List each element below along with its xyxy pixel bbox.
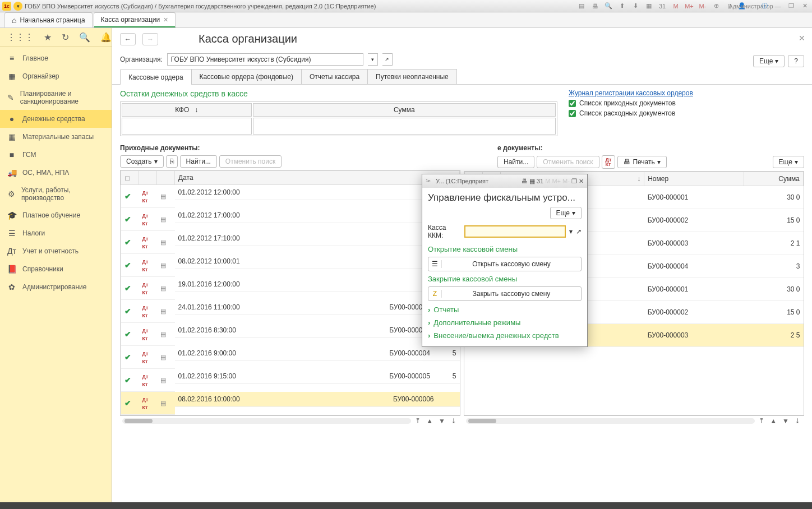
- org-dropdown-icon[interactable]: ▾: [368, 53, 378, 66]
- kkm-open-icon[interactable]: ↗: [576, 228, 582, 235]
- sidebar-item[interactable]: 📕Справочники: [0, 260, 112, 278]
- nav-first-icon[interactable]: ⤒: [757, 417, 766, 425]
- subtab[interactable]: Кассовые ордера: [120, 70, 192, 85]
- table-row[interactable]: ✔ДтКт▤24.01.2016 11:00:00БУ00-0000022: [121, 300, 460, 323]
- maximize-icon[interactable]: ❐: [786, 2, 796, 10]
- tool-icon[interactable]: ▤: [576, 2, 587, 10]
- kkm-input[interactable]: [464, 225, 566, 238]
- scrollbar[interactable]: [466, 418, 755, 424]
- subtab[interactable]: Отчеты кассира: [301, 69, 368, 84]
- subtab[interactable]: Путевки неоплаченные: [367, 69, 457, 84]
- balance-col-sum[interactable]: Сумма: [253, 103, 556, 117]
- table-row[interactable]: ✔ДтКт▤19.01.2016 12:00:00: [121, 277, 460, 300]
- more-button[interactable]: Еще ▾: [550, 207, 582, 219]
- dialog-titlebar[interactable]: 1c У... (1С:Предприят 🖶 ▦ 31 M M+ M- ❐ ✕: [422, 174, 587, 188]
- print-icon[interactable]: 🖶: [522, 178, 528, 184]
- sidebar-item[interactable]: ДтУчет и отчетность: [0, 242, 112, 260]
- table-row[interactable]: ✔ДтКт▤01.02.2012 17:10:00: [121, 231, 460, 254]
- app-menu-dropdown[interactable]: ▾: [13, 2, 22, 11]
- more-button[interactable]: Еще ▾: [753, 55, 785, 67]
- nav-down-icon[interactable]: ▼: [781, 417, 791, 425]
- print-icon[interactable]: 🖶: [590, 2, 600, 10]
- tool-icon[interactable]: ⬆: [617, 2, 627, 10]
- calc-icon[interactable]: 31: [657, 2, 667, 10]
- col-date[interactable]: Дата↓: [175, 171, 460, 185]
- open-shift-button[interactable]: ☰ Открыть кассовую смену: [428, 257, 582, 271]
- mminus-icon[interactable]: M-: [562, 178, 570, 184]
- memory-m-icon[interactable]: M: [671, 2, 681, 10]
- close-icon[interactable]: ✕: [579, 178, 584, 184]
- table-row[interactable]: ✔ДтКт▤01.02.2012 17:00:00: [121, 208, 460, 231]
- sidebar-item[interactable]: ✿Администрирование: [0, 278, 112, 296]
- print-button[interactable]: 🖶 Печать ▾: [617, 156, 666, 168]
- check-expense-list[interactable]: [569, 110, 576, 117]
- org-open-icon[interactable]: ↗: [382, 53, 393, 66]
- search-icon[interactable]: 🔍: [603, 2, 613, 10]
- back-button[interactable]: ←: [120, 33, 136, 45]
- cash-expand[interactable]: Внесение/выемка денежных средств: [428, 329, 582, 342]
- table-row[interactable]: ✔ДтКт▤01.02.2016 8:30:00БУ00-0000035: [121, 323, 460, 346]
- history-icon[interactable]: ↻: [62, 32, 69, 43]
- org-input[interactable]: ГОБУ ВПО Университет искусств (Субсидия): [167, 53, 363, 66]
- sidebar-item[interactable]: ●Денежные средства: [0, 110, 112, 128]
- bell-icon[interactable]: 🔔: [100, 32, 112, 43]
- help-button[interactable]: ?: [788, 55, 804, 67]
- sidebar-item[interactable]: ≡Главное: [0, 49, 112, 67]
- journal-link[interactable]: Журнал регистрации кассовых ордеров: [569, 89, 804, 97]
- table-row[interactable]: ✔ДтКт▤08.02.2012 10:00:01: [121, 254, 460, 277]
- tool-icon[interactable]: ▦: [529, 178, 535, 184]
- copy-button[interactable]: ⎘: [166, 155, 178, 168]
- table-row[interactable]: ✔ДтКт▤01.02.2016 9:00:00БУ00-0000045: [121, 346, 460, 369]
- user-icon[interactable]: 👤 Администратор: [738, 2, 756, 10]
- table-row[interactable]: ✔ДтКт▤01.02.2016 9:15:00БУ00-0000055: [121, 369, 460, 392]
- sidebar-item[interactable]: ▦Органайзер: [0, 67, 112, 85]
- table-row[interactable]: ✔ДтКт▤08.02.2016 10:00:00БУ00-000006: [121, 392, 460, 415]
- check-income-list[interactable]: [569, 100, 576, 107]
- subtab[interactable]: Кассовые ордера (фондовые): [191, 69, 302, 84]
- sidebar-item[interactable]: 🚚ОС, НМА, НПА: [0, 164, 112, 182]
- sidebar-item[interactable]: 🎓Платное обучение: [0, 206, 112, 224]
- tab-close-icon[interactable]: ✕: [163, 16, 168, 24]
- sidebar-item[interactable]: ✎Планирование и санкционирование: [0, 85, 112, 110]
- kkm-dropdown-icon[interactable]: ▾: [569, 228, 573, 235]
- close-shift-button[interactable]: Z Закрыть кассовую смену: [428, 286, 582, 301]
- nav-first-icon[interactable]: ⤒: [413, 417, 422, 425]
- scrollbar[interactable]: [122, 418, 411, 424]
- tool-icon[interactable]: ⬇: [630, 2, 640, 10]
- col-number[interactable]: Номер: [644, 172, 744, 186]
- m-icon[interactable]: M: [545, 178, 550, 184]
- sidebar-item[interactable]: ⚙Услуги, работы, производство: [0, 182, 112, 206]
- memory-mminus-icon[interactable]: M-: [698, 2, 708, 10]
- memory-mplus-icon[interactable]: M+: [684, 2, 694, 10]
- nav-up-icon[interactable]: ▲: [768, 417, 778, 425]
- search-icon[interactable]: 🔍: [79, 32, 90, 43]
- table-row[interactable]: ✔ДтКт▤01.02.2012 12:00:00: [121, 185, 460, 208]
- create-button[interactable]: Создать ▾: [120, 155, 164, 168]
- balance-col-kfo[interactable]: КФО ↓: [122, 103, 252, 117]
- modes-expand[interactable]: Дополнительные режимы: [428, 316, 582, 329]
- income-table[interactable]: ▢ Дата↓ ✔ДтКт▤01.02.2012 12:00:00✔ДтКт▤0…: [120, 170, 460, 415]
- nav-down-icon[interactable]: ▼: [437, 417, 447, 425]
- calc-icon[interactable]: 31: [537, 178, 543, 184]
- info-icon[interactable]: ⓘ: [759, 2, 769, 10]
- close-icon[interactable]: ✕: [800, 2, 810, 10]
- restore-icon[interactable]: ❐: [571, 178, 577, 184]
- sidebar-item[interactable]: ☰Налоги: [0, 224, 112, 242]
- forward-button[interactable]: →: [142, 33, 158, 45]
- tab-cash[interactable]: Касса организации ✕: [94, 12, 176, 27]
- cancel-search-button[interactable]: Отменить поиск: [219, 155, 282, 168]
- tab-home[interactable]: Начальная страница: [4, 12, 93, 27]
- zoom-icon[interactable]: ⊕: [711, 2, 721, 10]
- nav-last-icon[interactable]: ⤓: [793, 417, 802, 425]
- sidebar-item[interactable]: ■ГСМ: [0, 146, 112, 164]
- dtKt-button[interactable]: ДтКт: [602, 155, 616, 169]
- nav-up-icon[interactable]: ▲: [425, 417, 435, 425]
- cancel-search-button[interactable]: Отменить поиск: [537, 156, 599, 168]
- find-button[interactable]: Найти...: [497, 156, 534, 168]
- star-icon[interactable]: ★: [44, 32, 52, 43]
- nav-last-icon[interactable]: ⤓: [449, 417, 458, 425]
- calendar-icon[interactable]: ▦: [644, 2, 654, 10]
- sidebar-item[interactable]: ▦Материальные запасы: [0, 128, 112, 146]
- col-sum[interactable]: Сумма: [744, 172, 803, 186]
- page-close-icon[interactable]: ✕: [799, 34, 805, 43]
